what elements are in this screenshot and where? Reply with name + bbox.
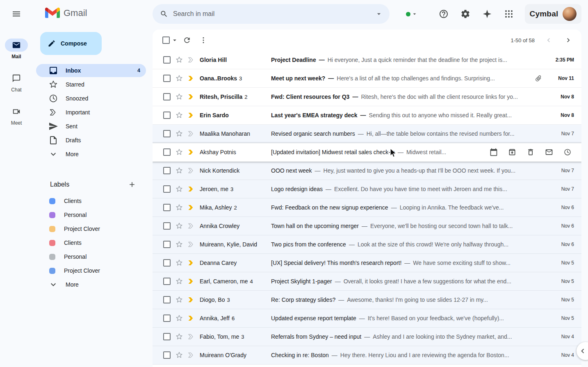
star-icon[interactable]	[175, 333, 183, 341]
row-checkbox[interactable]	[163, 112, 171, 119]
row-checkbox[interactable]	[163, 333, 171, 340]
sidebar-item-snoozed[interactable]: Snoozed	[36, 92, 146, 105]
avatar[interactable]	[563, 7, 577, 21]
refresh-button[interactable]	[179, 32, 195, 48]
sidebar-label-project-clover[interactable]: Project Clover	[36, 264, 146, 277]
star-icon[interactable]	[175, 93, 183, 101]
importance-marker[interactable]	[187, 259, 195, 267]
email-row[interactable]: Oana..Brooks 3 Meet up next week?—Here's…	[153, 69, 581, 88]
row-checkbox[interactable]	[163, 204, 171, 211]
presence-indicator[interactable]	[406, 6, 418, 22]
hamburger-menu-button[interactable]	[7, 4, 26, 24]
row-checkbox[interactable]	[163, 315, 171, 322]
email-row[interactable]: Diogo, Bo 3 Re: Corp strategy slides?—Aw…	[153, 291, 581, 309]
sidebar-item-important[interactable]: Important	[36, 106, 146, 119]
older-page-button[interactable]	[560, 32, 577, 48]
star-icon[interactable]	[175, 240, 183, 248]
star-icon[interactable]	[175, 166, 183, 175]
settings-button[interactable]	[456, 4, 475, 24]
email-row[interactable]: Ritesh, Priscilla 2 Fwd: Client resource…	[153, 88, 581, 106]
search-button[interactable]	[155, 5, 173, 23]
email-row[interactable]: Annika, Jeff 6 Updated expense report te…	[153, 309, 581, 328]
email-row[interactable]: Gloria Hill Project Deadline—Hi everyone…	[153, 51, 581, 69]
delete-button[interactable]	[522, 144, 539, 160]
importance-marker[interactable]	[187, 93, 195, 101]
row-checkbox[interactable]	[163, 148, 171, 156]
sidebar-item-inbox[interactable]: Inbox 4	[36, 64, 146, 77]
importance-marker[interactable]	[187, 166, 195, 175]
sidebar-labels-more[interactable]: More	[36, 278, 146, 291]
email-row[interactable]: Earl, Cameron, me 4 Project Skylight 1-p…	[153, 272, 581, 291]
search-input[interactable]	[173, 4, 371, 24]
row-checkbox[interactable]	[163, 351, 171, 359]
importance-marker[interactable]	[187, 203, 195, 212]
email-row[interactable]: Nick Kortendick OOO next week—Hey, just …	[153, 162, 581, 180]
gemini-button[interactable]	[477, 4, 497, 24]
row-checkbox[interactable]	[163, 278, 171, 285]
importance-marker[interactable]	[187, 351, 195, 359]
sidebar-label-clients[interactable]: Clients	[36, 236, 146, 249]
star-icon[interactable]	[175, 222, 183, 230]
email-row[interactable]: Jeroen, me 3 Logo redesign ideas—Excelle…	[153, 180, 581, 198]
search-bar[interactable]	[153, 4, 390, 24]
importance-marker[interactable]	[187, 111, 195, 119]
importance-marker[interactable]	[187, 240, 195, 248]
sidebar-item-drafts[interactable]: Drafts	[36, 134, 146, 147]
email-row[interactable]: Fabio, Tom, me 3 Referrals from Sydney –…	[153, 328, 581, 346]
importance-marker[interactable]	[187, 74, 195, 82]
archive-button[interactable]	[504, 144, 520, 160]
email-row[interactable]: Erin Sardo Last year's EMEA strategy dec…	[153, 106, 581, 125]
select-dropdown[interactable]	[171, 35, 179, 45]
row-checkbox[interactable]	[163, 241, 171, 248]
star-icon[interactable]	[175, 185, 183, 193]
sidebar-item-more[interactable]: More	[36, 148, 146, 161]
sidebar-label-personal[interactable]: Personal	[36, 250, 146, 263]
compose-button[interactable]: Compose	[40, 32, 102, 55]
search-options-button[interactable]	[371, 6, 387, 22]
star-icon[interactable]	[175, 296, 183, 304]
star-icon[interactable]	[175, 74, 183, 82]
email-row[interactable]: Maalika Manoharan Revised organic search…	[153, 125, 581, 143]
importance-marker[interactable]	[187, 277, 195, 285]
newer-page-button[interactable]	[540, 32, 557, 48]
email-row[interactable]: Mika, Ashley 2 Fwd: Feedback on the new …	[153, 198, 581, 217]
row-checkbox[interactable]	[163, 93, 171, 100]
row-checkbox[interactable]	[163, 185, 171, 193]
row-checkbox[interactable]	[163, 130, 171, 137]
email-row[interactable]: Muireann, Kylie, David Two pics from the…	[153, 235, 581, 254]
star-icon[interactable]	[175, 111, 183, 119]
importance-marker[interactable]	[187, 148, 195, 156]
sidebar-label-personal[interactable]: Personal	[36, 208, 146, 221]
email-row[interactable]: Annika Crowley Town hall on the upcoming…	[153, 217, 581, 235]
row-checkbox[interactable]	[163, 296, 171, 303]
calendar-button[interactable]	[485, 144, 502, 160]
email-row[interactable]: Akshay Potnis [Updated invitation] Midwe…	[153, 143, 581, 162]
mark-as-read-button[interactable]	[541, 144, 557, 160]
apps-button[interactable]	[499, 4, 519, 24]
star-icon[interactable]	[175, 277, 183, 285]
importance-marker[interactable]	[187, 56, 195, 64]
row-checkbox[interactable]	[163, 56, 171, 64]
importance-marker[interactable]	[187, 296, 195, 304]
sidebar-item-starred[interactable]: Starred	[36, 78, 146, 91]
star-icon[interactable]	[175, 259, 183, 267]
star-icon[interactable]	[175, 56, 183, 64]
email-row[interactable]: Deanna Carey [UX] Special delivery! This…	[153, 254, 581, 272]
importance-marker[interactable]	[187, 333, 195, 341]
create-label-button[interactable]	[126, 179, 138, 190]
row-checkbox[interactable]	[163, 222, 171, 230]
rail-item-meet[interactable]: Meet	[5, 105, 28, 126]
rail-item-chat[interactable]: Chat	[5, 72, 28, 93]
help-button[interactable]	[434, 4, 454, 24]
account-chip[interactable]: Cymbal	[525, 4, 581, 24]
row-checkbox[interactable]	[163, 167, 171, 174]
rail-item-mail[interactable]: Mail	[5, 39, 28, 59]
row-checkbox[interactable]	[163, 259, 171, 267]
importance-marker[interactable]	[187, 222, 195, 230]
sidebar-item-sent[interactable]: Sent	[36, 120, 146, 133]
star-icon[interactable]	[175, 351, 183, 359]
sidebar-label-project-clover[interactable]: Project Clover	[36, 222, 146, 235]
star-icon[interactable]	[175, 314, 183, 322]
star-icon[interactable]	[175, 148, 183, 156]
importance-marker[interactable]	[187, 185, 195, 193]
